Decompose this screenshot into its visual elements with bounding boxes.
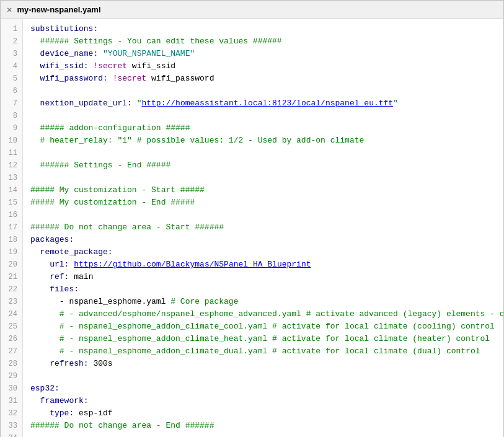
code-line [30, 370, 503, 382]
line-number: 1 [1, 23, 22, 35]
key-token: wifi_ssid: [40, 61, 89, 71]
code-line [30, 110, 503, 122]
line-number: 13 [1, 172, 22, 184]
hash-token: ###### Settings - End ##### [30, 161, 170, 170]
code-line: ###### Settings - End ##### [30, 159, 503, 172]
hash-token: # - nspanel_esphome_addon_climate_cool.y… [30, 322, 495, 331]
code-line: files: [30, 283, 503, 296]
hash-token: # heater_relay: "1" # possible values: 1… [30, 136, 364, 145]
line-number: 27 [1, 345, 22, 358]
plain-token [30, 359, 50, 368]
line-number: 20 [1, 258, 22, 271]
key-token: wifi_password: [40, 74, 108, 83]
code-line: ##### My customization - Start ##### [30, 184, 503, 196]
editor-window: ✕ my-new-nspanel.yaml 123456789101112131… [0, 0, 504, 437]
line-number: 17 [1, 221, 22, 234]
code-line: framework: [30, 395, 503, 407]
line-number: 4 [1, 60, 22, 73]
plain-token [30, 396, 40, 405]
line-number: 14 [1, 184, 22, 196]
line-number: 18 [1, 234, 22, 246]
key-token: ref: [50, 272, 69, 281]
hash-token: ##### addon-configuration ##### [30, 123, 190, 133]
plain-token [132, 99, 137, 108]
key-token: esp32: [30, 384, 60, 393]
key-token: remote_package: [40, 247, 113, 257]
code-line [30, 85, 503, 97]
plain-token [30, 285, 50, 294]
code-line [30, 432, 503, 437]
code-line: - nspanel_esphome.yaml # Core package [30, 296, 503, 308]
code-line: remote_package: [30, 246, 503, 258]
plain-token: main [69, 272, 93, 281]
line-number: 33 [1, 420, 22, 432]
plain-token [98, 49, 103, 58]
line-number: 29 [1, 370, 22, 382]
hash-token: ###### Settings - You can edit these val… [30, 37, 282, 46]
line-number: 34 [1, 432, 22, 437]
line-number: 26 [1, 333, 22, 345]
plain-token [30, 74, 40, 83]
code-line: # - advanced/esphome/nspanel_esphome_adv… [30, 308, 503, 320]
code-line: ###### Do not change area - End ###### [30, 420, 503, 432]
plain-token [30, 408, 50, 418]
close-button[interactable]: ✕ [7, 4, 12, 15]
plain-token: wifi_password [146, 74, 214, 83]
code-line: ##### My customization - End ##### [30, 196, 503, 209]
line-number: 23 [1, 296, 22, 308]
string-token: " [393, 99, 398, 108]
hash-token: ##### My customization - End ##### [30, 198, 195, 207]
hash-token: # - nspanel_esphome_addon_climate_dual.y… [30, 347, 480, 356]
plain-token [30, 272, 50, 281]
url-token: https://github.com/Blackymas/NSPanel_HA_… [74, 260, 311, 269]
secret-token: !secret [113, 74, 147, 83]
plain-token [108, 74, 113, 83]
hash-token: ##### My customization - Start ##### [30, 185, 205, 195]
line-number: 9 [1, 122, 22, 135]
key-token: nextion_update_url: [40, 99, 132, 108]
line-number: 16 [1, 209, 22, 221]
line-number: 10 [1, 135, 22, 147]
code-line: ##### addon-configuration ##### [30, 122, 503, 135]
code-line: # - nspanel_esphome_addon_climate_dual.y… [30, 345, 503, 358]
file-title: my-new-nspanel.yaml [17, 5, 100, 14]
code-line: # heater_relay: "1" # possible values: 1… [30, 135, 503, 147]
line-number: 12 [1, 159, 22, 172]
code-content[interactable]: substitutions: ###### Settings - You can… [23, 19, 503, 437]
plain-token [30, 260, 50, 269]
hash-token: # Core package [170, 297, 238, 306]
code-line: device_name: "YOUR_NSPANEL_NAME" [30, 48, 503, 60]
hash-token: ###### Do not change area - End ###### [30, 421, 214, 430]
code-line: packages: [30, 234, 503, 246]
line-number: 6 [1, 85, 22, 97]
code-line: # - nspanel_esphome_addon_climate_cool.y… [30, 320, 503, 333]
key-token: refresh: [50, 359, 88, 368]
code-line: wifi_password: !secret wifi_password [30, 73, 503, 85]
code-line: type: esp-idf [30, 407, 503, 420]
url-token: http://homeassistant.local:8123/local/ns… [141, 99, 393, 108]
line-number: 24 [1, 308, 22, 320]
code-line: wifi_ssid: !secret wifi_ssid [30, 60, 503, 73]
line-number: 21 [1, 271, 22, 283]
code-line: refresh: 300s [30, 358, 503, 370]
plain-token [30, 61, 40, 71]
code-line: url: https://github.com/Blackymas/NSPane… [30, 258, 503, 271]
code-line [30, 147, 503, 159]
plain-token: - nspanel_esphome.yaml [30, 297, 170, 306]
plain-token [30, 49, 40, 58]
code-line: # - nspanel_esphome_addon_climate_heat.y… [30, 333, 503, 345]
line-number: 7 [1, 97, 22, 110]
line-number: 15 [1, 196, 22, 209]
line-numbers: 1234567891011121314151617181920212223242… [1, 19, 23, 437]
code-line: ###### Do not change area - Start ###### [30, 221, 503, 234]
title-bar: ✕ my-new-nspanel.yaml [1, 1, 503, 19]
string-token: "YOUR_NSPANEL_NAME" [103, 49, 195, 58]
plain-token [30, 247, 40, 257]
editor-area: 1234567891011121314151617181920212223242… [1, 19, 503, 437]
plain-token [30, 99, 40, 108]
code-line: substitutions: [30, 23, 503, 35]
line-number: 19 [1, 246, 22, 258]
line-number: 11 [1, 147, 22, 159]
code-line [30, 209, 503, 221]
hash-token: # - nspanel_esphome_addon_climate_heat.y… [30, 334, 490, 343]
